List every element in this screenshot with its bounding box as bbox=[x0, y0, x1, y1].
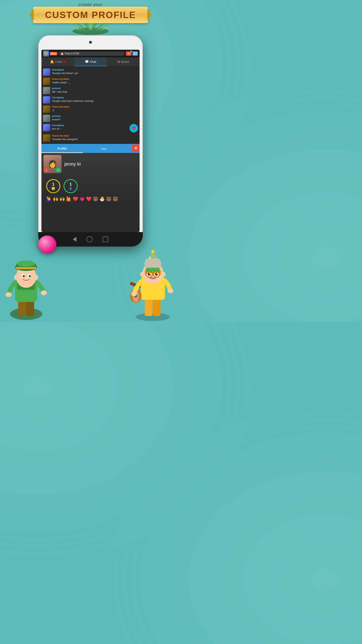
shop-badge[interactable]: Shop bbox=[50, 52, 57, 55]
svg-point-24 bbox=[23, 275, 25, 277]
tab-feed[interactable]: 🔔 Feed bbox=[41, 57, 74, 66]
close-icon: ✕ bbox=[134, 146, 138, 151]
recent-apps-button[interactable] bbox=[103, 236, 108, 242]
svg-point-69 bbox=[168, 288, 173, 293]
svg-point-11 bbox=[72, 28, 109, 35]
sticker-row: 🙋‍♀️ 🙌 🙌 🙋 ❤️ 💗 ❤️ 🐻 🐣 🐻 🐻 bbox=[43, 195, 138, 203]
phone-camera bbox=[89, 41, 92, 44]
chat-message: Cloudplop *bumps into flame* yo! bbox=[41, 68, 140, 77]
tab-feed-label: Feed bbox=[55, 60, 62, 64]
message-username: Flame-Da-Neko bbox=[52, 106, 138, 108]
message-username: Cloudplop bbox=[52, 68, 138, 71]
svg-point-27 bbox=[34, 275, 38, 280]
svg-point-26 bbox=[14, 275, 18, 280]
tab-board[interactable]: ⊞ Board bbox=[107, 57, 140, 66]
avatar bbox=[43, 124, 50, 131]
sticker: 🙌 bbox=[59, 196, 65, 202]
chat-icon: 💬 bbox=[85, 60, 89, 64]
svg-rect-21 bbox=[16, 267, 36, 269]
message-username: potenet bbox=[52, 115, 138, 118]
tab-chat[interactable]: 💬 Chat bbox=[74, 57, 107, 66]
profile-tab-tiles[interactable]: Tiles bbox=[83, 144, 124, 153]
profile-alert-dot: ! bbox=[44, 168, 49, 172]
message-content: potenet move!!! bbox=[52, 115, 138, 121]
profile-message-button[interactable]: ✉ bbox=[55, 168, 61, 172]
message-username: Flame-Da-Neko bbox=[52, 78, 138, 80]
avatar bbox=[43, 78, 50, 85]
svg-point-2 bbox=[153, 24, 177, 48]
avatar bbox=[43, 115, 50, 122]
board-icon: ⊞ bbox=[117, 60, 120, 64]
menu-button[interactable] bbox=[132, 51, 138, 56]
chat-message: Flame-Da-Neko *walks away* ._. bbox=[41, 77, 140, 86]
feed-icon: 🔔 bbox=[50, 60, 54, 64]
phone-screen: 🐱 Shop 🏠 Furry 2 27/35 ✉ bbox=[41, 50, 140, 232]
message-text: *smacks the seargent* bbox=[52, 138, 138, 141]
message-content: Flame-Da-Neko *walks away* ._. bbox=[52, 78, 138, 84]
svg-point-68 bbox=[131, 292, 137, 296]
close-button[interactable]: ✕ bbox=[132, 144, 140, 152]
svg-point-7 bbox=[3, 72, 21, 90]
svg-point-55 bbox=[149, 273, 150, 274]
sticker: 🐣 bbox=[99, 196, 105, 202]
profile-stats: 1 😊 1 👤 bbox=[43, 178, 138, 195]
message-username: potenet bbox=[52, 87, 138, 90]
profile-tabs-bar: Profile Tiles ⤢ ✕ bbox=[41, 144, 140, 153]
sticker: ❤️ bbox=[73, 196, 78, 202]
avatar bbox=[43, 106, 50, 113]
back-button[interactable] bbox=[73, 237, 76, 242]
svg-point-20 bbox=[17, 260, 35, 267]
message-content: Flame-Da-Neko :3 bbox=[52, 106, 138, 112]
character-left bbox=[0, 246, 52, 322]
phone-frame: 🐱 Shop 🏠 Furry 2 27/35 ✉ bbox=[38, 35, 143, 246]
chat-message: Cloudplop yes sir ~ 💗 bbox=[41, 123, 140, 134]
screen-top-bar: 🐱 Shop 🏠 Furry 2 27/35 ✉ bbox=[41, 50, 140, 57]
bubble-gum-ball bbox=[38, 236, 56, 254]
svg-point-4 bbox=[4, 167, 32, 195]
profile-name-area: jenny ki bbox=[64, 161, 81, 167]
chat-message: Cloudplop *laughs hard and continues run… bbox=[41, 95, 140, 104]
stat-level-number: 1 bbox=[69, 182, 72, 186]
svg-point-1 bbox=[147, 18, 181, 54]
stat-mood-circle: 1 😊 bbox=[46, 179, 60, 193]
svg-point-43 bbox=[149, 257, 151, 258]
stat-mood-number: 1 bbox=[52, 182, 54, 186]
sticker: 🐻 bbox=[106, 196, 111, 202]
sticker: 🙋 bbox=[66, 196, 72, 202]
room-name: Furry 2 27/35 bbox=[65, 52, 79, 55]
chat-message: Flame-Da-Neko :3 bbox=[41, 104, 140, 114]
sticker: 🐻 bbox=[93, 196, 98, 202]
tab-board-label: Board bbox=[121, 60, 129, 64]
tiles-tab-label: Tiles bbox=[100, 147, 107, 150]
message-text: yes sir ~ bbox=[52, 127, 128, 130]
profile-content: 👩 ! ✉ jenny ki bbox=[41, 153, 140, 205]
expand-button[interactable]: ⤢ bbox=[124, 144, 132, 152]
sticker: 💗 bbox=[79, 196, 85, 202]
profile-tab-profile[interactable]: Profile bbox=[41, 144, 83, 153]
message-text: *laughs hard and continues running* bbox=[52, 100, 138, 103]
profile-tab-label: Profile bbox=[57, 147, 67, 150]
message-content: Cloudplop yes sir ~ bbox=[52, 124, 128, 130]
profile-avatar-wrapper: 👩 ! ✉ bbox=[43, 155, 61, 173]
chat-message: potenet did i say stop bbox=[41, 86, 140, 95]
mail-button[interactable]: ✉ bbox=[126, 51, 131, 56]
chat-message: Flame-Da-Neko *smacks the seargent* bbox=[41, 134, 140, 143]
svg-point-57 bbox=[140, 272, 145, 277]
message-username: Flame-Da-Neko bbox=[52, 134, 138, 137]
svg-point-29 bbox=[41, 290, 47, 295]
svg-point-56 bbox=[156, 273, 158, 274]
message-text: move!!! bbox=[52, 118, 138, 121]
message-username: Cloudplop bbox=[52, 124, 128, 127]
home-button[interactable] bbox=[86, 236, 92, 242]
house-icon: 🏠 bbox=[60, 52, 64, 55]
avatar bbox=[43, 87, 50, 94]
message-content: Flame-Da-Neko *smacks the seargent* bbox=[52, 134, 138, 141]
chat-message: potenet move!!! bbox=[41, 114, 140, 123]
heart-button[interactable]: 💗 bbox=[129, 124, 138, 132]
svg-point-25 bbox=[29, 275, 31, 277]
room-tag[interactable]: 🏠 Furry 2 27/35 bbox=[58, 52, 125, 56]
svg-point-3 bbox=[0, 161, 38, 201]
banner-ribbon: CUSTOM PROFILE bbox=[33, 7, 148, 23]
feed-notification-dot bbox=[63, 60, 65, 62]
phone-container: 🐱 Shop 🏠 Furry 2 27/35 ✉ bbox=[38, 35, 143, 246]
